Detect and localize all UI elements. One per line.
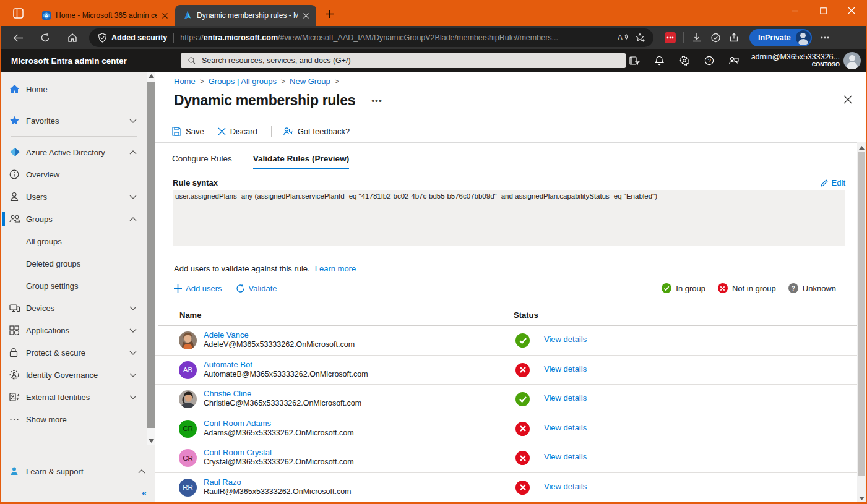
avatar: CR — [179, 420, 197, 438]
browser-tab-bar: AHome - Microsoft 365 admin cenDynamic m… — [1, 0, 866, 26]
sidebar-item-protect-secure[interactable]: Protect & secure — [1, 341, 147, 364]
user-icon — [9, 192, 25, 202]
inprivate-badge[interactable]: InPrivate — [749, 29, 812, 46]
breadcrumb-link-2[interactable]: Groups | All groups — [209, 77, 277, 86]
global-search-input[interactable]: Search resources, services, and docs (G+… — [181, 53, 626, 68]
user-name-link[interactable]: Raul Razo — [204, 477, 241, 487]
favorite-star-icon[interactable] — [631, 30, 649, 45]
feedback-icon[interactable] — [722, 49, 746, 72]
sidebar-collapse-button[interactable]: « — [142, 488, 147, 498]
help-icon[interactable]: ? — [697, 49, 722, 72]
switch-directory-icon[interactable] — [623, 49, 647, 72]
downloads-icon[interactable] — [688, 29, 706, 46]
entra-header: Microsoft Entra admin center Search reso… — [1, 49, 866, 72]
view-details-link[interactable]: View details — [544, 335, 587, 344]
star-icon — [9, 116, 25, 126]
sidebar-scrollbar[interactable] — [147, 72, 155, 445]
settings-gear-icon[interactable] — [672, 49, 697, 72]
user-email: RaulR@M365x53333262.OnMicrosoft.com — [204, 487, 352, 496]
tab-actions-icon[interactable] — [9, 4, 27, 22]
avatar: CR — [179, 449, 197, 467]
minimize-button[interactable] — [780, 0, 809, 21]
breadcrumb-link-3[interactable]: New Group — [290, 77, 330, 86]
view-details-link[interactable]: View details — [544, 393, 587, 403]
user-name-link[interactable]: Conf Room Crystal — [204, 448, 272, 457]
learn-more-link[interactable]: Learn more — [315, 264, 356, 273]
table-row: CRConf Room CrystalCrystal@M365x53333262… — [155, 443, 857, 473]
m365-admin-favicon: A — [41, 11, 51, 20]
browser-window: AHome - Microsoft 365 admin cenDynamic m… — [0, 0, 867, 504]
sidebar-item-show-more[interactable]: Show more — [1, 408, 147, 430]
sidebar-item-external-identities[interactable]: External Identities — [1, 386, 147, 408]
tab-configure-rules[interactable]: Configure Rules — [172, 154, 232, 169]
user-name-link[interactable]: Automate Bot — [204, 360, 252, 369]
status-out-icon — [515, 451, 530, 465]
sidebar-item-favorites[interactable]: Favorites — [1, 109, 147, 132]
sidebar-item-deleted-groups[interactable]: Deleted groups — [1, 252, 147, 275]
browser-menu-icon[interactable] — [816, 29, 834, 46]
lock-icon — [9, 348, 25, 357]
page-title: Dynamic membership rules — [174, 92, 355, 109]
sidebar-item-learn-support[interactable]: Learn & support — [1, 460, 155, 482]
sidebar-item-azure-active-directory[interactable]: Azure Active Directory — [1, 141, 147, 163]
blade-close-icon[interactable] — [843, 95, 852, 104]
aad-icon — [9, 147, 25, 157]
sidebar-item-devices[interactable]: Devices — [1, 297, 147, 319]
account-info[interactable]: admin@M365x5333326... CONTOSO — [751, 53, 840, 68]
sidebar-item-all-groups[interactable]: All groups — [1, 230, 147, 252]
sidebar: HomeFavoritesAzure Active DirectoryOverv… — [1, 72, 155, 504]
profile-avatar — [796, 30, 811, 45]
dots-icon — [9, 414, 25, 424]
view-details-link[interactable]: View details — [544, 482, 587, 491]
user-email: ChristieC@M365x53333262.OnMicrosoft.com — [204, 399, 361, 408]
sidebar-item-groups[interactable]: Groups — [1, 208, 147, 230]
view-details-link[interactable]: View details — [544, 423, 587, 432]
validate-button[interactable]: Validate — [236, 284, 277, 293]
main-scrollbar[interactable] — [857, 142, 866, 504]
sidebar-item-home[interactable]: Home — [1, 78, 147, 100]
legend-out: Not in group — [718, 283, 776, 293]
home-icon[interactable] — [62, 28, 83, 47]
maximize-button[interactable] — [809, 0, 837, 21]
svg-text:A: A — [45, 13, 48, 19]
status-in-icon — [515, 392, 530, 406]
new-tab-button[interactable] — [325, 9, 334, 19]
notifications-bell-icon[interactable] — [647, 49, 672, 72]
view-details-link[interactable]: View details — [544, 452, 587, 461]
tab-validate-rules-preview-[interactable]: Validate Rules (Preview) — [253, 154, 349, 169]
sidebar-item-group-settings[interactable]: Group settings — [1, 275, 147, 297]
user-name-link[interactable]: Conf Room Adams — [204, 419, 271, 428]
back-icon[interactable] — [7, 28, 28, 47]
address-bar[interactable]: Added security https://entra.microsoft.c… — [89, 28, 653, 47]
azure-ad-favicon — [183, 11, 192, 20]
browser-tab-2[interactable]: Dynamic membership rules - Mic — [175, 5, 316, 26]
legend-in: In group — [662, 283, 705, 293]
browser-tab-1[interactable]: AHome - Microsoft 365 admin cen — [34, 5, 175, 26]
sidebar-item-overview[interactable]: Overview — [1, 163, 147, 186]
wallet-icon[interactable] — [706, 29, 725, 46]
save-button[interactable]: Save — [172, 127, 204, 136]
rule-syntax-textarea[interactable]: user.assignedPlans -any (assignedPlan.se… — [173, 190, 845, 246]
sidebar-item-identity-governance[interactable]: Identity Governance — [1, 364, 147, 386]
sidebar-item-applications[interactable]: Applications — [1, 319, 147, 341]
context-menu-icon[interactable]: ••• — [371, 96, 382, 106]
home-icon — [9, 84, 25, 94]
refresh-icon[interactable] — [35, 28, 56, 47]
sidebar-item-users[interactable]: Users — [1, 186, 147, 208]
share-icon[interactable] — [725, 29, 743, 46]
user-name-link[interactable]: Adele Vance — [204, 330, 249, 340]
browser-toolbar: Added security https://entra.microsoft.c… — [1, 26, 866, 49]
account-avatar[interactable] — [843, 52, 861, 69]
read-aloud-icon[interactable]: A — [614, 30, 631, 45]
user-name-link[interactable]: Christie Cline — [204, 389, 251, 398]
got-feedback--button[interactable]: Got feedback? — [283, 127, 350, 136]
close-button[interactable] — [837, 0, 866, 21]
tab-close-icon[interactable] — [300, 10, 311, 21]
edit-rule-link[interactable]: Edit — [820, 178, 845, 187]
breadcrumb-link-1[interactable]: Home — [174, 77, 196, 86]
view-details-link[interactable]: View details — [544, 364, 587, 374]
tab-close-icon[interactable] — [159, 10, 170, 21]
discard-button[interactable]: Discard — [218, 127, 257, 136]
add-users-button[interactable]: Add users — [174, 284, 222, 293]
extension-icon[interactable] — [661, 29, 679, 46]
